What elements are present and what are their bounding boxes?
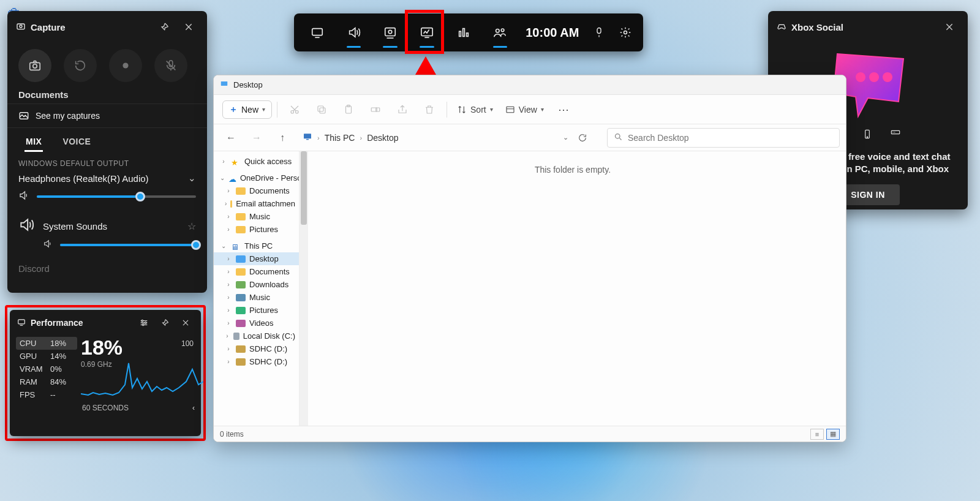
- gamebar-capture-icon[interactable]: [372, 13, 409, 51]
- output-device-name: Headphones (Realtek(R) Audio): [18, 173, 149, 184]
- perf-metric-fps[interactable]: FPS--: [16, 388, 77, 401]
- perf-metric-ram[interactable]: RAM84%: [16, 375, 77, 388]
- nav-up-icon[interactable]: ↑: [271, 127, 293, 149]
- tree-onedrive-email[interactable]: ›Email attachmen: [214, 197, 299, 210]
- performance-close-icon[interactable]: [178, 315, 194, 331]
- nav-back-icon[interactable]: ←: [220, 127, 242, 149]
- capture-title: Capture: [31, 22, 66, 32]
- tree-videos[interactable]: ›Videos: [214, 317, 299, 330]
- nav-forward-icon[interactable]: →: [246, 127, 268, 149]
- svg-rect-41: [507, 107, 514, 112]
- svg-rect-0: [312, 29, 323, 36]
- chevron-down-icon: ⌄: [188, 173, 196, 184]
- record-button[interactable]: [109, 49, 142, 82]
- system-sounds-slider[interactable]: [60, 244, 196, 246]
- output-device-dropdown[interactable]: Headphones (Realtek(R) Audio) ⌄: [7, 170, 207, 186]
- more-icon[interactable]: ⋯: [551, 97, 576, 122]
- tree-onedrive[interactable]: ⌄☁OneDrive - Person: [214, 171, 299, 184]
- tree-downloads[interactable]: ›Downloads: [214, 278, 299, 291]
- cut-icon[interactable]: [282, 97, 307, 122]
- gamebar-resources-icon[interactable]: [445, 13, 482, 51]
- file-explorer-window: Desktop ＋ New ▾ Sort ▾ View ▾ ⋯ ← → ↑: [213, 75, 846, 442]
- svg-rect-42: [304, 134, 311, 138]
- tree-onedrive-pictures[interactable]: ›Pictures: [214, 223, 299, 236]
- tab-mix[interactable]: MIX: [24, 133, 43, 152]
- paste-icon[interactable]: [336, 97, 361, 122]
- empty-folder-message: This folder is empty.: [535, 165, 611, 175]
- search-input[interactable]: [607, 128, 840, 148]
- content-scrollbar[interactable]: [300, 151, 308, 426]
- tree-local-disk[interactable]: ›Local Disk (C:): [214, 330, 299, 342]
- capture-widget: Capture Documents See my captures MIX VO…: [7, 11, 207, 293]
- tree-music[interactable]: ›Music: [214, 291, 299, 304]
- perf-time-window: 60 SECONDS: [82, 404, 129, 412]
- performance-pin-icon[interactable]: [157, 315, 173, 331]
- tab-voice[interactable]: VOICE: [61, 133, 92, 152]
- capture-pin-icon[interactable]: [154, 17, 174, 37]
- breadcrumb-this-pc[interactable]: This PC: [325, 133, 355, 143]
- breadcrumb-desktop[interactable]: Desktop: [367, 133, 398, 143]
- svg-rect-1: [385, 28, 396, 36]
- tree-this-pc[interactable]: ⌄🖥This PC: [214, 239, 299, 252]
- record-last-button[interactable]: [64, 49, 97, 82]
- gamebar-performance-icon[interactable]: [409, 13, 445, 51]
- copy-icon[interactable]: [309, 97, 334, 122]
- gamebar-pin-icon[interactable]: [586, 13, 612, 51]
- new-button[interactable]: ＋ New ▾: [222, 100, 272, 119]
- svg-point-8: [502, 29, 505, 32]
- folder-content-area[interactable]: This folder is empty.: [300, 151, 846, 426]
- search-icon: [614, 132, 623, 143]
- xbox-social-close-icon[interactable]: [940, 17, 959, 37]
- tree-desktop[interactable]: ›Desktop: [214, 252, 299, 265]
- performance-options-icon[interactable]: [136, 315, 152, 331]
- share-icon[interactable]: [390, 97, 415, 122]
- gamebar-toolbar: 10:00 AM: [294, 13, 643, 51]
- address-bar[interactable]: › This PC › Desktop ⌄: [297, 124, 597, 152]
- svg-point-44: [616, 134, 620, 138]
- see-my-captures-button[interactable]: See my captures: [7, 104, 207, 128]
- large-icons-view-icon[interactable]: ▦: [826, 429, 840, 440]
- svg-point-22: [142, 324, 144, 326]
- performance-title: Performance: [31, 318, 83, 328]
- perf-chart: [81, 351, 203, 401]
- delete-icon[interactable]: [417, 97, 442, 122]
- tree-onedrive-music[interactable]: ›Music: [214, 210, 299, 223]
- annotation-performance-highlight: Performance CPU18% GPU14% VRAM0% RAM84% …: [5, 305, 206, 441]
- tree-sdhc-2[interactable]: ›SDHC (D:): [214, 355, 299, 368]
- tree-documents[interactable]: ›Documents: [214, 265, 299, 278]
- svg-point-20: [141, 320, 143, 322]
- gamebar-audio-icon[interactable]: [336, 13, 372, 51]
- tree-onedrive-documents[interactable]: ›Documents: [214, 184, 299, 197]
- view-label: View: [519, 105, 537, 115]
- mic-toggle-button[interactable]: [154, 49, 187, 82]
- output-section-label: WINDOWS DEFAULT OUTPUT: [7, 152, 207, 170]
- rename-icon[interactable]: [363, 97, 388, 122]
- perf-metric-cpu[interactable]: CPU18%: [16, 337, 77, 350]
- tree-pictures[interactable]: ›Pictures: [214, 304, 299, 317]
- see-my-captures-label: See my captures: [36, 111, 100, 121]
- details-view-icon[interactable]: ≡: [810, 429, 824, 440]
- perf-yaxis-max: 100: [181, 339, 194, 348]
- svg-point-10: [624, 31, 627, 34]
- perf-metric-gpu[interactable]: GPU14%: [16, 350, 77, 363]
- gamebar-settings-icon[interactable]: [612, 13, 638, 51]
- svg-point-15: [33, 64, 37, 68]
- svg-point-2: [389, 30, 393, 34]
- tree-quick-access[interactable]: ›★Quick access: [214, 155, 299, 168]
- capture-close-icon[interactable]: [179, 17, 198, 37]
- perf-collapse-icon[interactable]: ‹: [192, 404, 195, 412]
- gamebar-xbox-social-icon[interactable]: [482, 13, 519, 51]
- tree-sdhc-1[interactable]: ›SDHC (D:): [214, 342, 299, 355]
- svg-rect-5: [462, 29, 464, 37]
- svg-point-21: [145, 322, 146, 324]
- perf-metric-vram[interactable]: VRAM0%: [16, 363, 77, 375]
- address-chevron-down-icon[interactable]: ⌄: [563, 134, 568, 141]
- sort-dropdown[interactable]: Sort ▾: [452, 102, 498, 118]
- view-dropdown[interactable]: View ▾: [500, 102, 549, 118]
- gamebar-widgets-icon[interactable]: [299, 13, 336, 51]
- output-volume-slider[interactable]: [37, 195, 196, 198]
- refresh-icon[interactable]: [573, 127, 592, 149]
- search-field[interactable]: [628, 133, 833, 143]
- favorite-star-icon[interactable]: ☆: [187, 220, 196, 232]
- screenshot-button[interactable]: [18, 49, 51, 82]
